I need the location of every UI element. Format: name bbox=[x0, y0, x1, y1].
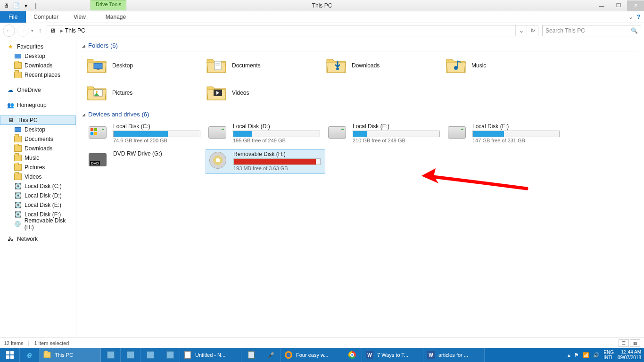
group-header-drives[interactable]: ◢ Devices and drives (6) bbox=[81, 110, 639, 120]
minimize-button[interactable]: — bbox=[593, 0, 610, 11]
file-tab[interactable]: File bbox=[0, 11, 26, 23]
folder-item[interactable]: Downloads bbox=[325, 53, 445, 78]
qat-sep: | bbox=[32, 1, 40, 10]
drive-icon: 💽 bbox=[14, 192, 22, 199]
taskbar-button[interactable] bbox=[342, 348, 362, 362]
tray-flag-icon[interactable]: ⚑ bbox=[574, 352, 579, 358]
address-bar[interactable]: 🖥 ▸ This PC ⌄ ↻ bbox=[47, 25, 538, 36]
maximize-button[interactable]: ❐ bbox=[610, 0, 627, 11]
taskbar-button[interactable]: 🎤 bbox=[261, 348, 281, 362]
search-box[interactable]: Search This PC 🔍 bbox=[542, 25, 641, 36]
sidebar-item[interactable]: Music bbox=[0, 153, 76, 163]
drive-item[interactable]: DVD RW Drive (G:) bbox=[86, 149, 206, 174]
ribbon-tab-computer[interactable]: Computer bbox=[26, 11, 66, 23]
taskbar-button[interactable]: W7 Ways to T... bbox=[362, 348, 423, 362]
taskbar-button[interactable]: e bbox=[20, 348, 40, 362]
drive-item[interactable]: Local Disk (D:)195 GB free of 249 GB bbox=[206, 122, 325, 147]
taskbar-button[interactable] bbox=[0, 348, 20, 362]
taskbar-button[interactable] bbox=[241, 348, 261, 362]
folder-item[interactable]: Music bbox=[445, 53, 565, 78]
qat-icon[interactable]: 📄 bbox=[12, 1, 20, 10]
folder-item[interactable]: Videos bbox=[206, 81, 325, 105]
sidebar-onedrive[interactable]: ☁OneDrive bbox=[0, 85, 76, 95]
back-button[interactable]: ← bbox=[3, 25, 15, 37]
sidebar-item[interactable]: 💿Removable Disk (H:) bbox=[0, 219, 76, 229]
taskbar-button[interactable]: Four easy w... bbox=[281, 348, 342, 362]
ribbon-expand-icon[interactable]: ⌄ bbox=[628, 14, 633, 20]
drive-capacity-bar bbox=[353, 131, 440, 137]
folder-item[interactable]: Documents bbox=[206, 53, 325, 78]
breadcrumb-sep-icon[interactable]: ▸ bbox=[58, 27, 65, 34]
tray-network-icon[interactable]: 📶 bbox=[583, 352, 589, 358]
taskbar-button[interactable] bbox=[101, 348, 121, 362]
folder-icon bbox=[14, 173, 22, 181]
tray-date: 09/07/2018 bbox=[618, 355, 641, 361]
sidebar-item[interactable]: 💽Local Disk (D:) bbox=[0, 191, 76, 200]
status-item-count: 12 items bbox=[4, 340, 24, 346]
sidebar-item[interactable]: 💽Local Disk (C:) bbox=[0, 181, 76, 191]
taskbar-button[interactable]: This PC bbox=[40, 348, 101, 362]
ribbon-tab-view[interactable]: View bbox=[66, 11, 93, 23]
drive-capacity-bar bbox=[113, 131, 200, 137]
drive-item[interactable]: Local Disk (F:)147 GB free of 231 GB bbox=[445, 122, 565, 147]
folder-item[interactable]: Desktop bbox=[86, 53, 206, 78]
quick-access-toolbar: 🖥 📄 ▾ | bbox=[0, 1, 40, 10]
sidebar-item[interactable]: Pictures bbox=[0, 163, 76, 172]
sidebar-item[interactable]: Desktop bbox=[0, 125, 76, 134]
drive-item[interactable]: Local Disk (E:)210 GB free of 249 GB bbox=[325, 122, 445, 147]
address-dropdown-icon[interactable]: ⌄ bbox=[515, 25, 527, 36]
sidebar-item-label: Downloads bbox=[25, 62, 52, 69]
contextual-tab-drive-tools[interactable]: Drive Tools bbox=[91, 0, 126, 10]
sidebar-item-recent[interactable]: Recent places bbox=[0, 70, 76, 80]
close-button[interactable]: ✕ bbox=[627, 0, 644, 11]
taskbar-button[interactable] bbox=[140, 348, 160, 362]
sidebar-homegroup[interactable]: 👥Homegroup bbox=[0, 100, 76, 110]
folder-icon bbox=[206, 83, 227, 102]
recent-locations-icon[interactable]: ▾ bbox=[31, 28, 33, 33]
qat-icon[interactable]: ▾ bbox=[22, 1, 30, 10]
view-large-button[interactable]: ▦ bbox=[630, 339, 640, 347]
taskbar-button[interactable] bbox=[121, 348, 140, 362]
breadcrumb-item[interactable]: This PC bbox=[65, 27, 85, 34]
folder-item[interactable]: Pictures bbox=[86, 81, 206, 105]
sidebar-item-label: Videos bbox=[25, 173, 41, 180]
folder-icon bbox=[14, 145, 22, 152]
navigation-pane: ★ Favourites Desktop Downloads Recent pl… bbox=[0, 38, 76, 337]
sidebar-favourites[interactable]: ★ Favourites bbox=[0, 42, 76, 51]
group-header-folders[interactable]: ◢ Folders (6) bbox=[81, 41, 639, 51]
tray-volume-icon[interactable]: 🔊 bbox=[593, 352, 600, 358]
help-icon[interactable]: ? bbox=[637, 14, 640, 20]
refresh-button[interactable]: ↻ bbox=[527, 25, 538, 36]
sidebar-item[interactable]: 💽Local Disk (E:) bbox=[0, 200, 76, 210]
sidebar-item-label: Local Disk (C:) bbox=[25, 183, 62, 189]
view-details-button[interactable]: ☰ bbox=[619, 339, 629, 347]
sidebar-this-pc[interactable]: 🖥This PC bbox=[0, 115, 76, 125]
tray-language[interactable]: ENG INTL bbox=[603, 350, 614, 360]
svg-rect-13 bbox=[94, 132, 97, 135]
sidebar-item-downloads[interactable]: Downloads bbox=[0, 61, 76, 70]
forward-button[interactable]: → bbox=[17, 25, 29, 37]
folder-icon bbox=[86, 56, 107, 75]
sidebar-item[interactable]: Downloads bbox=[0, 144, 76, 153]
qat-icon[interactable]: 🖥 bbox=[2, 1, 10, 10]
pc-icon: 🖥 bbox=[49, 27, 57, 34]
sidebar-network[interactable]: 🖧Network bbox=[0, 234, 76, 244]
tray-show-hidden-icon[interactable]: ▴ bbox=[568, 352, 570, 358]
ribbon-tab-manage[interactable]: Manage bbox=[98, 11, 133, 23]
collapse-icon[interactable]: ◢ bbox=[82, 43, 85, 48]
sidebar-item-desktop[interactable]: Desktop bbox=[0, 51, 76, 61]
sidebar-item[interactable]: Videos bbox=[0, 172, 76, 181]
sidebar-item-label: Local Disk (D:) bbox=[25, 192, 62, 199]
sidebar-item[interactable]: Documents bbox=[0, 134, 76, 144]
taskbar-button[interactable]: Warticles for ... bbox=[423, 348, 485, 362]
tray-clock[interactable]: 12:44 AM 09/07/2018 bbox=[618, 349, 641, 361]
drive-item[interactable]: Local Disk (C:)74.6 GB free of 200 GB bbox=[86, 122, 206, 147]
taskbar-button[interactable] bbox=[160, 348, 180, 362]
search-icon[interactable]: 🔍 bbox=[631, 27, 638, 34]
taskbar-button[interactable]: Untitled - N... bbox=[180, 348, 241, 362]
drive-item[interactable]: Removable Disk (H:)193 MB free of 3.63 G… bbox=[206, 149, 325, 174]
up-button[interactable]: ↑ bbox=[35, 26, 45, 35]
drive-label: Local Disk (E:) bbox=[353, 123, 444, 130]
collapse-icon[interactable]: ◢ bbox=[82, 112, 85, 117]
status-bar: 12 items | 1 item selected ☰ ▦ bbox=[0, 337, 644, 348]
